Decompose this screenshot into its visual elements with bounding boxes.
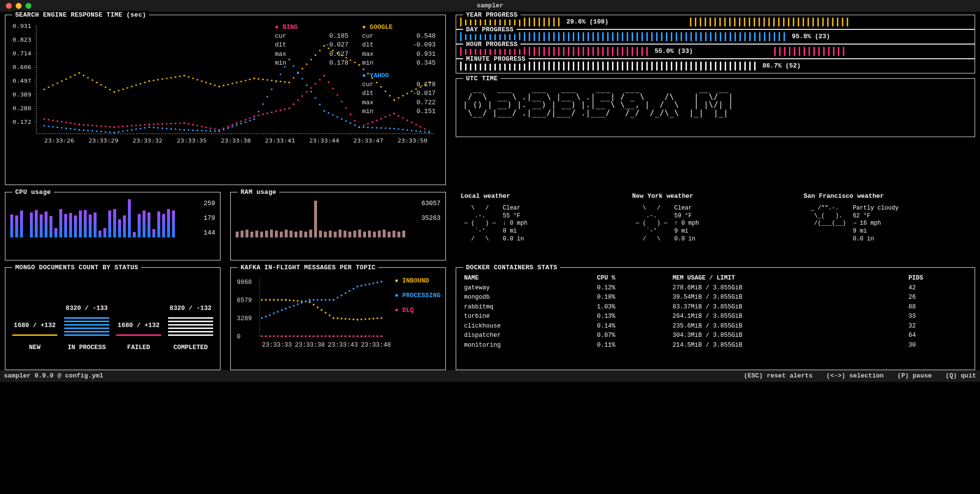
table-cell: 0.13% bbox=[594, 312, 669, 322]
svg-point-45 bbox=[113, 126, 115, 128]
svg-point-60 bbox=[174, 123, 176, 124]
svg-point-157 bbox=[166, 78, 168, 79]
progress-bar: YEAR PROGRESS 29.6% (108) bbox=[456, 15, 975, 29]
weather-card: Local weather \ / .-. ― ( ) ― `-' / \ Cl… bbox=[461, 192, 627, 243]
svg-point-182 bbox=[262, 79, 264, 80]
svg-point-57 bbox=[161, 123, 163, 125]
svg-point-232 bbox=[74, 129, 76, 130]
svg-text:0.823: 0.823 bbox=[13, 37, 31, 43]
svg-text:23:33:38: 23:33:38 bbox=[221, 138, 251, 144]
spark-value: 63057 bbox=[421, 199, 441, 208]
svg-point-266 bbox=[205, 130, 207, 131]
svg-text:9868: 9868 bbox=[237, 279, 252, 286]
weather-line: Partly cloudy bbox=[853, 205, 899, 212]
svg-point-159 bbox=[174, 76, 176, 78]
table-cell: 0.11% bbox=[594, 341, 669, 351]
progress-bar: MINUTE PROGRESS 86.7% (52) bbox=[456, 59, 975, 73]
weather-title: New York weather bbox=[632, 192, 799, 201]
table-cell: 42 bbox=[906, 283, 970, 293]
svg-point-51 bbox=[140, 124, 142, 126]
svg-point-160 bbox=[179, 75, 181, 77]
svg-point-322 bbox=[424, 131, 426, 133]
svg-point-41 bbox=[100, 125, 102, 127]
svg-point-364 bbox=[365, 318, 367, 320]
svg-point-119 bbox=[402, 117, 404, 118]
svg-point-352 bbox=[325, 312, 327, 314]
svg-point-227 bbox=[52, 126, 54, 127]
svg-point-370 bbox=[265, 315, 267, 317]
svg-point-39 bbox=[92, 125, 94, 126]
svg-point-301 bbox=[341, 118, 343, 120]
svg-point-341 bbox=[285, 299, 287, 301]
svg-point-254 bbox=[157, 127, 159, 129]
svg-point-145 bbox=[118, 90, 120, 91]
svg-point-176 bbox=[240, 81, 242, 82]
svg-point-166 bbox=[201, 80, 203, 82]
svg-point-48 bbox=[126, 125, 128, 127]
svg-point-66 bbox=[196, 125, 198, 126]
svg-point-174 bbox=[231, 83, 233, 84]
svg-point-368 bbox=[380, 317, 382, 319]
svg-point-315 bbox=[393, 128, 395, 129]
table-cell: 0.14% bbox=[594, 322, 669, 331]
legend-series: ● GOOGLE bbox=[362, 23, 436, 32]
table-cell: 83.37MiB / 3.855GiB bbox=[669, 303, 906, 312]
footer-hint: (Q) quit bbox=[946, 372, 976, 379]
svg-point-388 bbox=[329, 299, 331, 301]
svg-text:3289: 3289 bbox=[237, 315, 252, 322]
svg-point-317 bbox=[402, 129, 404, 130]
svg-point-234 bbox=[78, 129, 80, 131]
window-title: sampler bbox=[477, 1, 504, 10]
spark-value: 179 bbox=[204, 214, 215, 223]
weather-line: 59 °F bbox=[674, 212, 699, 220]
minimize-icon[interactable] bbox=[16, 3, 22, 9]
svg-point-113 bbox=[380, 118, 382, 119]
svg-point-137 bbox=[87, 77, 89, 78]
svg-point-313 bbox=[389, 128, 391, 129]
svg-point-377 bbox=[289, 306, 291, 308]
svg-point-171 bbox=[219, 86, 220, 87]
svg-point-311 bbox=[380, 127, 382, 129]
svg-point-358 bbox=[344, 318, 346, 320]
mongo-label: COMPLETED bbox=[168, 343, 213, 352]
weather-icon: \ / .-. ― ( ) ― `-' / \ bbox=[632, 205, 667, 243]
table-cell: 33 bbox=[906, 312, 970, 322]
weather-card: San Francisco weather _ /"".-. \_( ). /(… bbox=[804, 192, 970, 243]
svg-point-360 bbox=[352, 318, 354, 320]
svg-point-34 bbox=[74, 123, 76, 124]
weather-line: 0.0 in bbox=[674, 235, 699, 243]
legend-series: ● DLQ bbox=[394, 306, 441, 315]
svg-point-178 bbox=[249, 79, 251, 80]
svg-point-63 bbox=[183, 122, 185, 124]
table-cell: 214.5MiB / 3.855GiB bbox=[669, 341, 906, 351]
svg-point-74 bbox=[227, 126, 229, 127]
svg-point-312 bbox=[385, 127, 387, 129]
weather-icon: _ /"".-. \_( ). /(___(__) bbox=[804, 205, 846, 243]
svg-point-250 bbox=[144, 127, 146, 129]
mongo-label: FAILED bbox=[116, 343, 161, 352]
svg-point-38 bbox=[87, 124, 89, 126]
svg-point-350 bbox=[317, 306, 318, 308]
svg-point-140 bbox=[100, 84, 102, 86]
svg-point-109 bbox=[363, 125, 365, 126]
svg-point-374 bbox=[281, 309, 283, 311]
status-bar: sampler 0.9.0 @ config.yml (ESC) reset a… bbox=[0, 370, 980, 382]
progress-label: 55.0% (33) bbox=[655, 47, 693, 56]
close-icon[interactable] bbox=[6, 3, 12, 9]
weather-panel: Local weather \ / .-. ― ( ) ― `-' / \ Cl… bbox=[456, 192, 975, 260]
svg-point-386 bbox=[320, 299, 322, 301]
svg-point-379 bbox=[297, 303, 299, 305]
svg-point-363 bbox=[361, 318, 363, 320]
svg-point-430 bbox=[352, 335, 354, 337]
svg-point-78 bbox=[245, 119, 246, 120]
svg-point-401 bbox=[372, 282, 374, 284]
panel-title: MINUTE PROGRESS bbox=[463, 55, 529, 64]
table-row: gateway0.12%278.6MiB / 3.855GiB42 bbox=[461, 283, 970, 293]
svg-text:0.280: 0.280 bbox=[13, 105, 31, 112]
maximize-icon[interactable] bbox=[25, 3, 31, 9]
svg-point-239 bbox=[100, 131, 102, 132]
weather-line: 62 °F bbox=[853, 212, 899, 220]
table-cell: 0.12% bbox=[594, 283, 669, 293]
svg-point-381 bbox=[305, 301, 307, 303]
svg-point-434 bbox=[365, 335, 367, 337]
